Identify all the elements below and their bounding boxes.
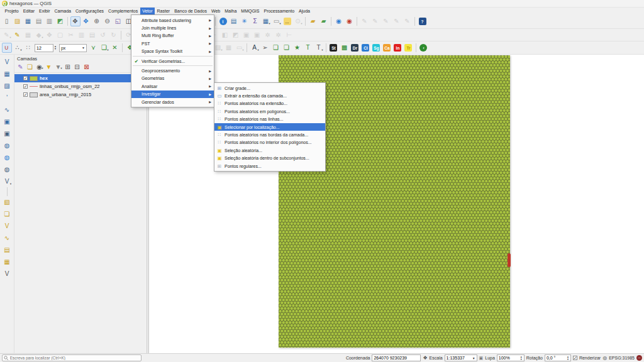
- identify-features-icon[interactable]: i: [218, 16, 228, 26]
- add-raster-layer-icon[interactable]: ▦: [2, 69, 12, 79]
- save-project-icon[interactable]: ▦: [23, 16, 33, 26]
- menu-mmqgis[interactable]: MMQGIS: [239, 8, 262, 14]
- add-wfs-icon[interactable]: ◍: [2, 165, 12, 175]
- menu-raster[interactable]: Raster: [155, 8, 172, 14]
- add-text-icon[interactable]: T: [303, 43, 313, 53]
- menu-item-analisar[interactable]: Analisar▶: [131, 82, 214, 90]
- menu-vetor[interactable]: Vetor: [140, 8, 155, 14]
- menu-item-sele-o-aleat-ria-dentro-de-subconjuntos[interactable]: ▣Seleção aleatória dentro de subconjunto…: [214, 155, 325, 162]
- auto-label-icon[interactable]: A▼: [249, 43, 259, 53]
- add-polygon-feature-icon[interactable]: ❏: [270, 43, 280, 53]
- help-icon[interactable]: ?: [418, 16, 428, 26]
- new-memory-icon[interactable]: ▤: [2, 245, 12, 255]
- menu-item-investigar[interactable]: Investigar▶: [131, 90, 214, 98]
- enable-tracing-icon[interactable]: ⋎: [88, 43, 98, 53]
- menu-item-geoprocessamento[interactable]: Geoprocessamento▶: [131, 67, 214, 74]
- menu-item-geometrias[interactable]: Geometrias▶: [131, 75, 214, 82]
- st-plugin-icon[interactable]: St: [328, 43, 338, 53]
- new-virtual-icon[interactable]: V: [2, 269, 12, 279]
- open-layer-styling-icon[interactable]: ✎: [16, 63, 25, 71]
- annotation-remove-icon[interactable]: ◉: [345, 16, 355, 26]
- magnifier-input[interactable]: [499, 356, 519, 360]
- add-vector-tile-icon[interactable]: V▼: [2, 177, 12, 187]
- collapse-all-icon[interactable]: ⊟: [73, 63, 82, 71]
- filter-legend-icon[interactable]: ▼: [45, 63, 53, 71]
- vertex-tool-icon[interactable]: ∴▼: [13, 43, 23, 53]
- new-shapefile-icon[interactable]: ❏: [2, 209, 12, 219]
- locator-search-input[interactable]: [10, 356, 140, 360]
- magnifier-field[interactable]: ▲▼: [497, 354, 525, 361]
- layer-row-linhas_onibus_rmjp_osm_22[interactable]: ✓linhas_onibus_rmjp_osm_22: [14, 82, 147, 90]
- rotation-field[interactable]: ▲▼: [545, 354, 571, 361]
- pan-map-icon[interactable]: ✥: [70, 16, 80, 26]
- open-project-icon[interactable]: ▨: [13, 16, 23, 26]
- manage-themes-icon[interactable]: ◉▼: [35, 63, 44, 71]
- zoom-in-icon[interactable]: ⊕: [92, 16, 102, 26]
- menu-item-pontos-aleat-rios-no-interior-dos-pol-gonos[interactable]: ∷Pontos aleatórios no interior dos políg…: [214, 139, 325, 146]
- remove-layer-icon[interactable]: ⊠: [82, 63, 91, 71]
- snapping-tolerance-input[interactable]: [35, 44, 53, 52]
- coordinate-field[interactable]: [372, 354, 421, 361]
- layer-checkbox[interactable]: ✓: [23, 92, 28, 97]
- new-geopackage-icon[interactable]: ▧: [2, 197, 12, 207]
- lock-icon[interactable]: ▣: [479, 355, 484, 361]
- menu-exibir[interactable]: Exibir: [36, 8, 52, 14]
- menu-item-pst[interactable]: PST▶: [131, 40, 214, 47]
- menu-item-extrair-a-extens-o-da-camada[interactable]: ▭Extrair a extensão da camada...: [214, 92, 325, 99]
- menu-configurações[interactable]: Configurações: [73, 8, 106, 14]
- new-print-layout-icon[interactable]: ▤: [34, 16, 44, 26]
- locator-search[interactable]: [2, 354, 142, 361]
- highlight-labels-icon[interactable]: ▰: [319, 16, 329, 26]
- menu-banco-de-dados[interactable]: Banco de Dados: [172, 8, 209, 14]
- menu-item-space-syntax-toolkit[interactable]: Space Syntax Toolkit▶: [131, 48, 214, 55]
- add-group-icon[interactable]: ❏: [26, 63, 35, 71]
- attribute-table-icon[interactable]: ▦▼: [261, 16, 271, 26]
- menu-item-pontos-aleat-rios-nas-bordas-da-camada[interactable]: ∷Pontos aleatórios nas bordas da camada.…: [214, 131, 325, 138]
- show-sum-icon[interactable]: Σ: [250, 16, 260, 26]
- extents-icon[interactable]: ❖: [423, 355, 427, 361]
- menu-item-sele-o-aleat-ria[interactable]: ▣Seleção aleatória...: [214, 146, 325, 154]
- style-manager-icon[interactable]: ◩: [55, 16, 65, 26]
- new-spatialite-icon[interactable]: V: [2, 221, 12, 231]
- coordinate-input[interactable]: [374, 356, 419, 360]
- menu-malha[interactable]: Malha: [223, 8, 239, 14]
- menu-item-criar-grade[interactable]: ⊞Criar grade...: [214, 84, 325, 92]
- annotation-pin-icon[interactable]: ◉: [334, 16, 344, 26]
- layer-checkbox[interactable]: ✓: [23, 84, 28, 89]
- menu-item-multi-ring-buffer[interactable]: Multi Ring Buffer▶: [131, 32, 214, 40]
- add-mesh-layer-icon[interactable]: ▨: [2, 81, 12, 91]
- add-delimited-text-icon[interactable]: ’: [2, 93, 12, 103]
- add-vector-layer-icon[interactable]: V: [2, 57, 12, 67]
- crs-label[interactable]: EPSG:31985: [609, 356, 635, 360]
- filter-expression-icon[interactable]: ▼▼: [54, 63, 63, 71]
- snapping-tolerance-spinner[interactable]: ▲▼: [35, 44, 57, 52]
- spinner-arrows-icon[interactable]: ▲▼: [54, 45, 57, 50]
- scale-input[interactable]: [447, 356, 472, 360]
- menu-editar[interactable]: Editar: [21, 8, 36, 14]
- menu-camada[interactable]: Camada: [52, 8, 73, 14]
- menu-projeto[interactable]: Projeto: [3, 8, 21, 14]
- menu-item-gerenciar-dados[interactable]: Gerenciar dados▶: [131, 98, 214, 106]
- crs-globe-icon[interactable]: ◍: [602, 355, 607, 361]
- add-wms-icon[interactable]: ◍: [2, 141, 12, 151]
- add-postgis-icon[interactable]: ▣: [2, 117, 12, 127]
- move-label-icon[interactable]: ➢: [260, 43, 270, 53]
- menu-web[interactable]: Web: [209, 8, 222, 14]
- layer-row-hex[interactable]: ✓hex: [14, 74, 147, 82]
- new-project-icon[interactable]: ▯: [2, 16, 12, 26]
- menu-item-attribute-based-clustering[interactable]: Attribute based clustering▶: [131, 16, 214, 24]
- processing-toolbox-icon[interactable]: ✳: [240, 16, 250, 26]
- layout-manager-icon[interactable]: ▥: [45, 16, 55, 26]
- menu-item-pontos-aleat-rios-em-pol-gonos[interactable]: ∷Pontos aleatórios em polígonos...: [214, 107, 325, 115]
- share-icon[interactable]: ‹: [418, 43, 428, 53]
- toggle-editing-icon[interactable]: ✎: [13, 30, 23, 40]
- in-plugin-icon[interactable]: In: [392, 43, 402, 53]
- ca-plugin-icon[interactable]: Ca: [382, 43, 392, 53]
- expand-all-icon[interactable]: ⊞: [64, 63, 72, 71]
- sg-plugin-icon[interactable]: Sg: [371, 43, 381, 53]
- zoom-out-icon[interactable]: ⊖: [103, 16, 113, 26]
- zoom-full-icon[interactable]: ◱: [113, 16, 123, 26]
- map-plugin-icon[interactable]: ▩: [339, 43, 349, 53]
- menu-complementos[interactable]: Complementos: [106, 8, 140, 14]
- snapping-icon[interactable]: ∪: [2, 43, 12, 53]
